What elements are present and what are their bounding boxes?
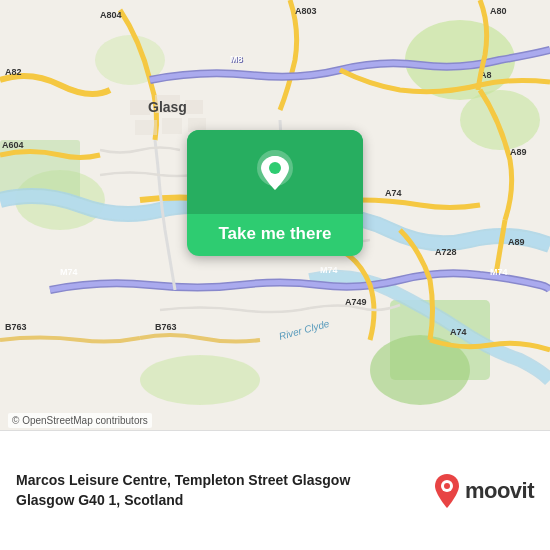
take-me-there-button[interactable]: Take me there xyxy=(187,130,363,256)
svg-text:A89: A89 xyxy=(508,237,525,247)
svg-text:B763: B763 xyxy=(155,322,177,332)
svg-text:M8: M8 xyxy=(230,54,243,64)
svg-text:A604: A604 xyxy=(2,140,24,150)
svg-rect-28 xyxy=(130,100,150,115)
svg-point-41 xyxy=(444,483,450,489)
svg-text:A804: A804 xyxy=(100,10,122,20)
moovit-logo: moovit xyxy=(433,472,534,510)
moovit-brand-name: moovit xyxy=(465,478,534,504)
svg-text:A74: A74 xyxy=(385,188,402,198)
svg-text:A803: A803 xyxy=(295,6,317,16)
location-name: Marcos Leisure Centre, Templeton Street … xyxy=(16,471,421,510)
location-name-text: Marcos Leisure Centre, Templeton Street … xyxy=(16,472,350,508)
svg-text:M74: M74 xyxy=(60,267,78,277)
svg-rect-31 xyxy=(135,120,157,135)
svg-text:A82: A82 xyxy=(5,67,22,77)
info-panel: Marcos Leisure Centre, Templeton Street … xyxy=(0,430,550,550)
svg-rect-32 xyxy=(162,118,182,134)
svg-text:A728: A728 xyxy=(435,247,457,257)
osm-credit-text: © OpenStreetMap contributors xyxy=(12,415,148,426)
svg-text:A74: A74 xyxy=(450,327,467,337)
popup-label: Take me there xyxy=(187,214,363,256)
svg-text:M74: M74 xyxy=(320,265,338,275)
location-text: Marcos Leisure Centre, Templeton Street … xyxy=(16,471,421,510)
popup-icon-area xyxy=(187,130,363,214)
location-pin-icon xyxy=(253,148,297,200)
svg-text:A80: A80 xyxy=(490,6,507,16)
svg-text:M74: M74 xyxy=(490,267,508,277)
map-container: A82 A804 A803 M8 A8 A80 A89 A89 A xyxy=(0,0,550,550)
svg-point-2 xyxy=(460,90,540,150)
svg-text:B763: B763 xyxy=(5,322,27,332)
svg-text:Glasg: Glasg xyxy=(148,99,187,115)
svg-text:A89: A89 xyxy=(510,147,527,157)
moovit-pin-icon xyxy=(433,472,461,510)
svg-rect-30 xyxy=(185,100,203,114)
svg-point-39 xyxy=(269,162,281,174)
osm-credit: © OpenStreetMap contributors xyxy=(8,413,152,428)
svg-point-7 xyxy=(140,355,260,405)
